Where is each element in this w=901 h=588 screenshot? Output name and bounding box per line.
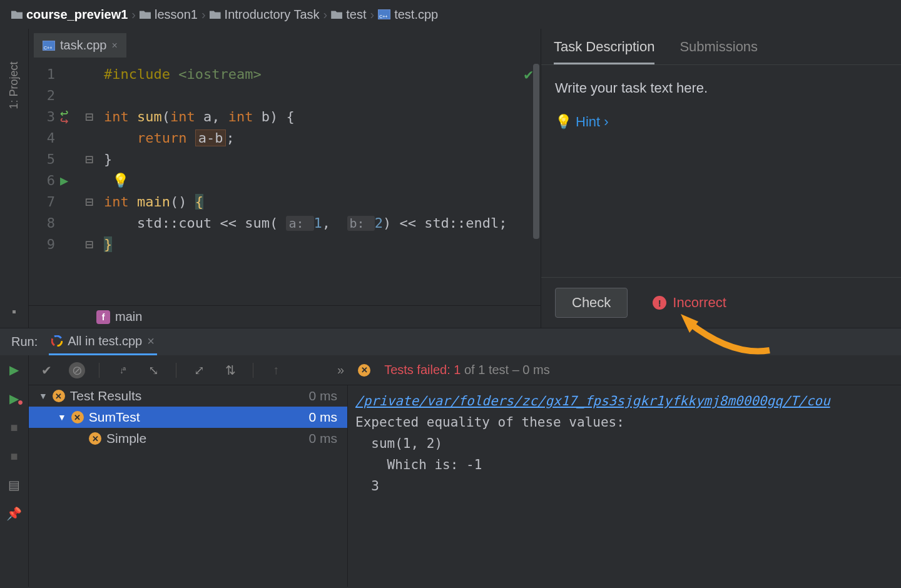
breadcrumb-item[interactable]: test [331,8,366,22]
editor-tabs: task.cpp × [29,29,541,58]
test-tree[interactable]: ▼ ✕ Test Results 0 ms ▼ ✕ SumTest 0 ms [29,385,348,587]
folder-icon [11,10,23,19]
tab-submissions[interactable]: Submissions [680,39,758,64]
expand-icon[interactable]: ▼ [58,412,66,422]
project-tool-button[interactable]: 1: Project [8,61,21,109]
tests-failed-prefix: Tests failed: [384,363,454,377]
tree-root[interactable]: ▼ ✕ Test Results 0 ms [29,385,347,407]
pin-button[interactable]: 📌 [6,505,23,522]
tree-case[interactable]: ✕ Simple 0 ms [29,428,347,449]
close-icon[interactable]: × [147,334,155,348]
task-body: Write your task text here. 💡 Hint › [541,65,901,277]
editor-scrollbar[interactable] [533,64,539,239]
task-text: Write your task text here. [555,80,887,96]
left-tool-rail: 1: Project ▪ [0,29,29,328]
up-button[interactable]: ↑ [267,363,285,377]
rerun-button[interactable]: ▶ [6,362,23,378]
breadcrumb-item[interactable]: course_preview1 [11,8,128,22]
show-passed-button[interactable]: ✔ [38,363,55,378]
run-tool-bar: Run: All in test.cpp × [0,328,901,355]
breadcrumb-label: lesson1 [155,8,198,22]
collapse-all-button[interactable]: ⤢ [190,363,208,378]
intention-bulb-icon[interactable]: 💡 [112,173,129,188]
cpp-file-icon [43,41,55,51]
breadcrumb-item[interactable]: test.cpp [378,8,438,22]
task-panel: Task Description Submissions Write your … [541,29,901,328]
stop-button[interactable]: ■ [6,448,23,464]
test-tool-rail: ▶ ▶● ■ ■ ▤ 📌 [0,355,29,587]
fail-icon: ✕ [71,411,84,423]
chevron-right-icon: › [604,114,608,130]
inspection-ok-icon[interactable]: ✔ [524,64,533,85]
fail-icon: ✕ [89,432,101,445]
code-editor[interactable]: 1 2 3 4 5 6 7 8 9 ↩ ↪ ▶ [29,58,541,305]
breadcrumb-bar: course_preview1 › lesson1 › Introductory… [0,0,901,29]
tab-filename: task.cpp [60,38,106,53]
breadcrumb-label: test.cpp [394,8,438,22]
check-status: ! Incorrect [653,295,726,311]
gutter-icons: ↩ ↪ ▶ [60,58,85,305]
breadcrumb-item[interactable]: Introductory Task [210,8,320,22]
breadcrumb-label: test [346,8,366,22]
fold-gutter: ⊟ ⊟ ⊟ ⊟ [85,58,99,305]
tests-summary-suffix: of 1 test – 0 ms [461,363,549,377]
breadcrumb-label: course_preview1 [26,8,128,22]
folder-icon [210,10,221,19]
editor-breadcrumb[interactable]: f main [29,305,541,328]
test-panel: ▶ ▶● ■ ■ ▤ 📌 ✔ ⊘ ↓ª ⤡ ⤢ ⇅ ↑ » ✕ Tests fa… [0,355,901,587]
tree-suite[interactable]: ▼ ✕ SumTest 0 ms [29,407,347,428]
folder-icon[interactable]: ▪ [12,305,16,319]
line-numbers: 1 2 3 4 5 6 7 8 9 [29,58,60,305]
function-icon: f [96,310,110,324]
folder-icon [140,10,151,19]
check-button[interactable]: Check [555,288,628,318]
previous-button[interactable]: ⇅ [221,363,239,378]
chevron-right-icon: › [370,8,374,22]
run-label: Run: [11,335,38,349]
tab-task-description[interactable]: Task Description [554,39,654,64]
fail-icon: ✕ [53,390,65,402]
breadcrumb-label: Introductory Task [225,8,320,22]
cpp-file-icon [378,9,390,19]
expand-icon[interactable]: ▼ [39,391,48,401]
run-gutter-icon[interactable]: ▶ [60,170,85,191]
breadcrumb-item[interactable]: lesson1 [140,8,198,22]
function-crumb: main [115,310,142,324]
close-icon[interactable]: × [111,40,117,51]
gtest-icon [51,335,63,347]
chevron-right-icon: › [201,8,206,22]
bulb-icon: 💡 [555,114,572,130]
editor-tab[interactable]: task.cpp × [34,33,126,58]
error-icon: ! [653,296,666,310]
editor-column: task.cpp × 1 2 3 4 5 6 7 8 9 ↩ ↪ [29,29,541,328]
check-row: Check ! Incorrect [541,277,901,328]
task-panel-tabs: Task Description Submissions [541,29,901,65]
chevron-icon: » [337,363,344,377]
rerun-failed-button[interactable]: ▶● [6,390,23,407]
layout-button[interactable]: ▤ [6,477,23,493]
test-toolbar: ✔ ⊘ ↓ª ⤡ ⤢ ⇅ ↑ » ✕ Tests failed: 1 of 1 … [29,355,901,385]
show-ignored-button[interactable]: ⊘ [69,362,85,378]
output-path-link[interactable]: /private/var/folders/zc/gx17_fps3sjgkr1y… [355,393,830,408]
run-config-tab[interactable]: All in test.cpp × [49,329,157,355]
expand-all-button[interactable]: ⤡ [145,363,162,378]
hint-toggle[interactable]: 💡 Hint › [555,114,887,130]
sort-button[interactable]: ↓ª [113,365,131,375]
tests-failed-count: 1 [454,363,461,377]
run-config-label: All in test.cpp [68,334,142,348]
chevron-right-icon: › [131,8,136,22]
chevron-right-icon: › [323,8,328,22]
fail-icon: ✕ [358,364,370,377]
test-output[interactable]: /private/var/folders/zc/gx17_fps3sjgkr1y… [348,385,901,587]
toggle-auto-test-button[interactable]: ■ [6,419,23,435]
folder-icon [331,10,342,19]
code-content[interactable]: #include <iostream> int sum(int a, int b… [99,58,541,305]
status-label: Incorrect [673,295,726,311]
